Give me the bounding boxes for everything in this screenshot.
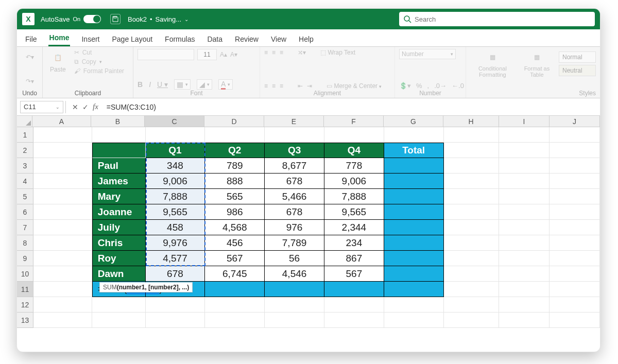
cell-H11[interactable] — [444, 282, 500, 297]
cell-J8[interactable] — [550, 235, 600, 251]
row-header-9[interactable]: 9 — [17, 251, 33, 266]
copy-button[interactable]: ⧉Copy▾ — [74, 58, 124, 65]
cell-F13[interactable] — [324, 313, 384, 328]
formula-input[interactable]: =SUM(C3:C10) — [102, 103, 600, 111]
cell-D12[interactable] — [205, 297, 265, 313]
row-header-7[interactable]: 7 — [17, 220, 33, 235]
underline-button[interactable]: U ▾ — [157, 80, 168, 89]
cell-A6[interactable] — [33, 204, 92, 220]
cell-B4[interactable]: James — [92, 174, 146, 189]
tab-formulas[interactable]: Formulas — [164, 32, 196, 46]
comma-format-icon[interactable]: , — [427, 82, 430, 90]
cell-D1[interactable] — [205, 127, 265, 143]
row-header-1[interactable]: 1 — [17, 127, 33, 143]
cell-E12[interactable] — [265, 297, 324, 313]
row-header-4[interactable]: 4 — [17, 174, 33, 189]
cell-D6[interactable]: 986 — [205, 204, 265, 220]
cell-B9[interactable]: Roy — [92, 251, 146, 266]
cell-H8[interactable] — [444, 235, 500, 251]
decrease-font-icon[interactable]: A▾ — [230, 51, 237, 58]
cell-A13[interactable] — [33, 313, 92, 328]
cell-A10[interactable] — [33, 266, 92, 282]
cell-B1[interactable] — [92, 127, 146, 143]
cell-I1[interactable] — [499, 127, 550, 143]
cell-J3[interactable] — [550, 158, 600, 174]
cell-H3[interactable] — [444, 158, 500, 174]
cell-F3[interactable]: 778 — [324, 158, 384, 174]
align-middle-icon[interactable]: ≡ — [272, 49, 276, 56]
cell-C13[interactable] — [146, 313, 205, 328]
cell-J10[interactable] — [550, 266, 600, 282]
cell-E9[interactable]: 56 — [265, 251, 324, 266]
cell-E11[interactable] — [265, 282, 324, 297]
cell-J4[interactable] — [550, 174, 600, 189]
align-top-icon[interactable]: ≡ — [264, 49, 268, 56]
cell-A11[interactable] — [33, 282, 92, 297]
tab-file[interactable]: File — [24, 32, 38, 46]
cell-F4[interactable]: 9,006 — [324, 174, 384, 189]
italic-button[interactable]: I — [149, 80, 151, 89]
document-title[interactable]: Book2 • Saving... ⌄ — [128, 15, 188, 23]
tab-home[interactable]: Home — [48, 30, 71, 46]
cell-F11[interactable] — [324, 282, 384, 297]
cell-I12[interactable] — [499, 297, 550, 313]
cell-B7[interactable]: Juily — [92, 220, 146, 235]
cell-B6[interactable]: Joanne — [92, 204, 146, 220]
cell-E10[interactable]: 4,546 — [265, 266, 324, 282]
spreadsheet-grid[interactable]: ABCDEFGHIJ 12Q1Q2Q3Q4Total3Paul3487898,6… — [17, 116, 600, 328]
autosave-toggle[interactable]: AutoSave On — [41, 15, 101, 23]
cell-J12[interactable] — [550, 297, 600, 313]
font-color-button[interactable]: A ▾ — [218, 79, 233, 90]
borders-button[interactable]: ▦ ▾ — [174, 79, 191, 90]
paste-button[interactable]: 📋 Paste — [47, 49, 69, 74]
cell-E13[interactable] — [265, 313, 324, 328]
cell-B5[interactable]: Mary — [92, 189, 146, 204]
cell-E5[interactable]: 5,466 — [265, 189, 324, 204]
cell-H5[interactable] — [444, 189, 500, 204]
cell-I13[interactable] — [499, 313, 550, 328]
align-center-icon[interactable]: ≡ — [272, 82, 276, 90]
cell-A12[interactable] — [33, 297, 92, 313]
cut-button[interactable]: ✂Cut — [74, 49, 124, 56]
cell-C6[interactable]: 9,565 — [146, 204, 205, 220]
row-header-3[interactable]: 3 — [17, 158, 33, 174]
cell-J5[interactable] — [550, 189, 600, 204]
row-header-8[interactable]: 8 — [17, 235, 33, 251]
cell-D2[interactable]: Q2 — [205, 143, 265, 158]
cell-G7[interactable] — [384, 220, 444, 235]
cell-style-normal[interactable]: Normal — [559, 51, 596, 63]
format-painter-button[interactable]: 🖌Format Painter — [74, 67, 124, 75]
merge-center-button[interactable]: ▭ Merge & Center ▾ — [327, 82, 382, 90]
column-header-E[interactable]: E — [264, 116, 324, 127]
cell-G2[interactable]: Total — [384, 143, 444, 158]
cell-D9[interactable]: 567 — [205, 251, 265, 266]
cell-D10[interactable]: 6,745 — [205, 266, 265, 282]
cell-F9[interactable]: 867 — [324, 251, 384, 266]
cell-I8[interactable] — [499, 235, 550, 251]
cell-G4[interactable] — [384, 174, 444, 189]
align-bottom-icon[interactable]: ≡ — [280, 49, 283, 56]
search-input[interactable] — [399, 12, 595, 26]
cell-J1[interactable] — [550, 127, 600, 143]
cell-G5[interactable] — [384, 189, 444, 204]
toggle-switch-icon[interactable] — [83, 15, 101, 23]
cell-G3[interactable] — [384, 158, 444, 174]
fill-color-button[interactable]: ◢ ▾ — [197, 79, 212, 90]
cell-E2[interactable]: Q3 — [265, 143, 324, 158]
row-header-13[interactable]: 13 — [17, 313, 33, 328]
cell-I7[interactable] — [499, 220, 550, 235]
cell-G1[interactable] — [384, 127, 444, 143]
cell-D13[interactable] — [205, 313, 265, 328]
redo-button[interactable]: ↷▾ — [21, 73, 38, 90]
bold-button[interactable]: B — [138, 80, 143, 89]
cell-E3[interactable]: 8,677 — [265, 158, 324, 174]
cell-B3[interactable]: Paul — [92, 158, 146, 174]
cell-C9[interactable]: 4,577 — [146, 251, 205, 266]
cell-I2[interactable] — [499, 143, 550, 158]
column-header-I[interactable]: I — [499, 116, 550, 127]
column-header-B[interactable]: B — [91, 116, 145, 127]
column-header-F[interactable]: F — [324, 116, 384, 127]
cell-I11[interactable] — [499, 282, 550, 297]
cell-A4[interactable] — [33, 174, 92, 189]
format-as-table-button[interactable]: ▦Format as Table — [520, 49, 554, 79]
